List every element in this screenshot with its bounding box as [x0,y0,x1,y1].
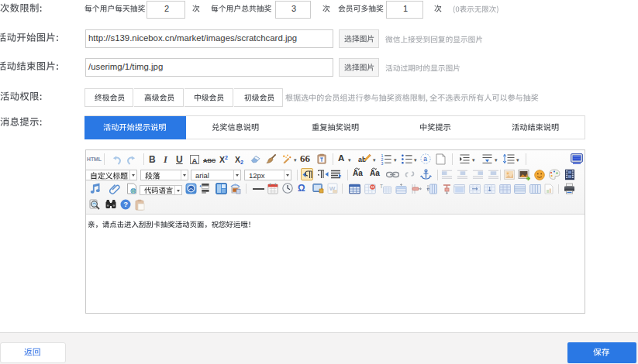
svg-text:a: a [423,155,427,163]
svg-text:3: 3 [381,161,384,165]
svg-text:T: T [380,184,383,189]
svg-text:?: ? [123,200,128,208]
